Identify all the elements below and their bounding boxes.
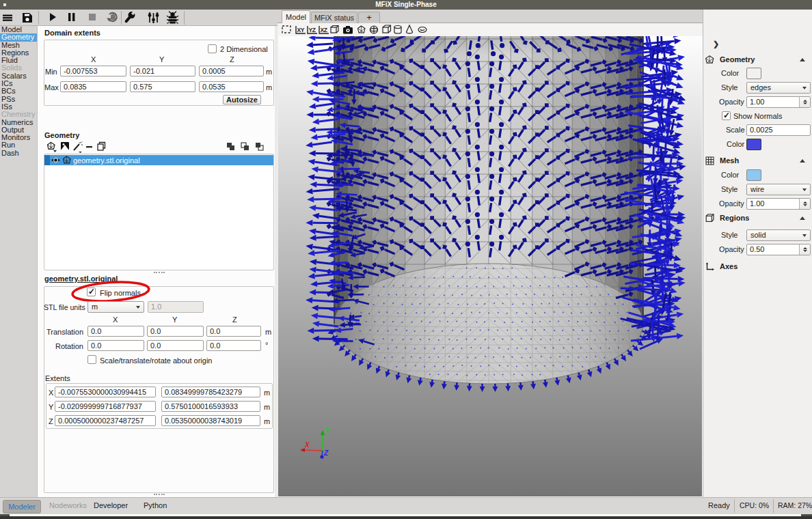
svg-text:XZ: XZ <box>321 27 327 33</box>
svg-text:X: X <box>304 441 310 449</box>
svg-text:XY: XY <box>297 27 305 33</box>
svg-text:Z: Z <box>323 449 329 457</box>
svg-text:YZ: YZ <box>309 27 316 33</box>
